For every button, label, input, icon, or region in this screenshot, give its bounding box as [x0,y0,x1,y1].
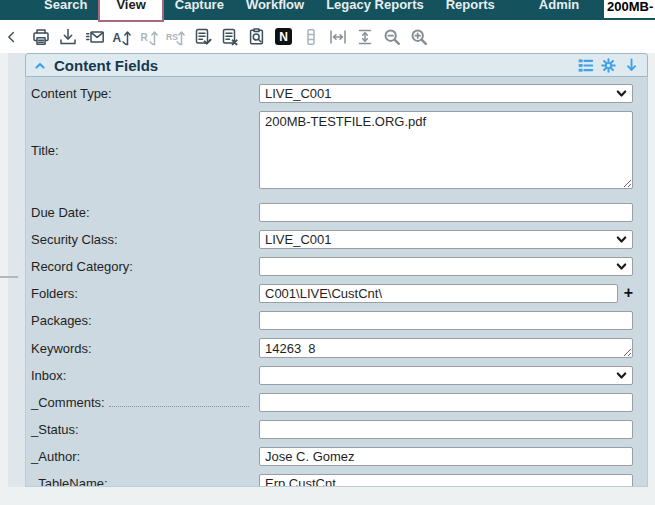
tab-label: Capture [175,0,224,12]
tab-label: Reports [446,0,495,12]
zoom-in-icon[interactable] [408,26,429,47]
tab-label: Workflow [246,0,304,12]
tab-workflow[interactable]: Workflow [235,0,315,20]
tab-legacy-reports[interactable]: Legacy Reports [315,0,435,20]
field-control-folders: + [259,284,633,303]
route-r-icon: R [138,26,159,47]
field-label-keywords: Keywords: [30,341,259,356]
tab-label: View [116,0,145,12]
top-navbar: SearchViewCaptureWorkflowLegacy ReportsR… [0,0,655,20]
document-title: 200MB- [604,0,655,18]
field-row-title: Title: [30,111,647,189]
dotted-leader [109,406,249,407]
panel-title: Content Fields [54,57,158,74]
chevron-down-icon [615,260,628,273]
field-label-record-category: Record Category: [30,259,259,274]
route-a-icon[interactable]: A [111,26,132,47]
chevron-up-icon[interactable] [33,58,47,72]
field-control-security-class: LIVE_C001 [259,230,633,249]
field-select-security-class[interactable]: LIVE_C001 [259,230,633,249]
field-row-content-type: Content Type:LIVE_C001 [30,84,647,103]
field-label-inbox: Inbox: [30,368,259,383]
chevron-down-icon [615,369,628,382]
field-textarea-keywords[interactable] [259,338,633,358]
move-down-icon[interactable] [623,57,640,74]
field-input-folders[interactable] [259,284,618,303]
route-rs-icon: RS [165,26,186,47]
print-icon[interactable] [30,26,51,47]
fit-width-icon[interactable] [327,26,348,47]
field-control-tablename [259,474,633,487]
pane-splitter-handle[interactable] [0,276,18,278]
field-row-record-category: Record Category: [30,257,647,276]
chevron-down-icon [615,233,628,246]
field-control-content-type: LIVE_C001 [259,84,633,103]
download-icon[interactable] [57,26,78,47]
field-control-packages [259,311,633,330]
field-row-comments: _Comments: [30,393,647,412]
field-control-inbox [259,366,633,385]
field-select-content-type[interactable]: LIVE_C001 [259,84,633,103]
field-control-author [259,447,633,466]
tab-label: Search [44,0,87,12]
field-input-tablename[interactable] [259,474,633,487]
field-label-comments: _Comments: [30,395,259,410]
doc-check-icon[interactable] [192,26,213,47]
tab-reports[interactable]: Reports [435,0,506,20]
field-control-comments [259,393,633,412]
field-input-packages[interactable] [259,311,633,330]
content-fields-header: Content Fields [25,53,648,77]
field-control-keywords [259,338,633,358]
field-control-record-category [259,257,633,276]
field-row-folders: Folders:+ [30,284,647,303]
doc-search-icon[interactable] [246,26,267,47]
thumbnails-icon [300,26,321,47]
tab-capture[interactable]: Capture [164,0,235,20]
tab-search[interactable]: Search [33,0,98,20]
zoom-out-icon[interactable] [381,26,402,47]
field-row-due-date: Due Date: [30,203,647,222]
select-value: LIVE_C001 [265,232,332,247]
content-fields-body: Content Type:LIVE_C001Title:Due Date:Sec… [25,77,648,487]
tab-admin[interactable]: Admin [528,0,590,20]
field-label-packages: Packages: [30,313,259,328]
select-value: LIVE_C001 [265,86,332,101]
field-select-record-category[interactable] [259,257,633,276]
field-control-title [259,111,633,189]
field-label-title: Title: [30,143,259,158]
add-folder-button[interactable]: + [624,284,633,301]
field-row-tablename: _TableName: [30,474,647,487]
doc-remove-icon[interactable] [219,26,240,47]
notes-icon[interactable]: N [273,26,294,47]
field-row-author: _Author: [30,447,647,466]
field-control-due-date [259,203,633,222]
field-input-comments[interactable] [259,393,633,412]
field-label-security-class: Security Class: [30,232,259,247]
svg-text:RS: RS [166,32,178,42]
field-label-tablename: _TableName: [30,476,259,487]
panel-header-icons [577,57,640,74]
field-select-inbox[interactable] [259,366,633,385]
back-icon[interactable] [5,26,19,47]
field-label-content-type: Content Type: [30,86,259,101]
field-input-status[interactable] [259,420,633,439]
field-row-packages: Packages: [30,311,647,330]
svg-text:A: A [112,30,121,44]
email-icon[interactable] [84,26,105,47]
field-input-author[interactable] [259,447,633,466]
tab-label: Legacy Reports [326,0,424,12]
field-input-due-date[interactable] [259,203,633,222]
fit-height-icon[interactable] [354,26,375,47]
tab-view[interactable]: View [98,0,163,22]
field-label-due-date: Due Date: [30,205,259,220]
field-list-icon[interactable] [577,57,594,74]
field-label-author: _Author: [30,449,259,464]
field-row-inbox: Inbox: [30,366,647,385]
viewer-toolbar: ARRSN [0,20,655,53]
field-label-folders: Folders: [30,286,259,301]
chevron-down-icon [615,87,628,100]
field-textarea-title[interactable] [259,111,633,189]
settings-gear-icon[interactable] [600,57,617,74]
field-row-keywords: Keywords: [30,338,647,358]
left-gutter [8,53,25,487]
